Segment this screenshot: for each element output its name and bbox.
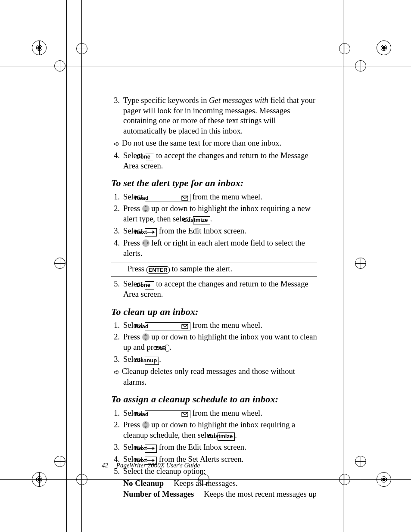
cleanup-button-graphic: Cleanup [145, 357, 159, 365]
instruction-step: 1.Select Read from the menu wheel. [111, 192, 317, 202]
tab-key-graphic: TAB [165, 345, 169, 352]
instruction-step: 3.Select Cleanup. [111, 355, 317, 365]
customize-button-graphic: Custmize [218, 432, 235, 441]
section-heading: To assign a cleanup schedule to an inbox… [111, 393, 317, 405]
read-button-graphic: Read [145, 322, 190, 330]
envelope-icon [181, 324, 188, 329]
step-text: from the Edit Inbox screen. [159, 227, 246, 235]
registration-mark-icon [355, 258, 366, 269]
instruction-step: 2.Press up or down to highlight the inbo… [111, 332, 317, 352]
step-text: from the Edit Inbox screen. [159, 443, 246, 451]
option-label: Number of Messages [123, 490, 194, 498]
step-text: Type specific keywords in [123, 96, 209, 105]
step-text: Press [123, 239, 142, 247]
next-button-graphic: Next [145, 445, 157, 453]
tip-text: to sample the alert. [171, 264, 232, 273]
step-number: 3. [111, 355, 120, 365]
pointer-icon: ➪ [111, 139, 120, 149]
crop-mark [81, 0, 82, 532]
read-button-graphic: Read [145, 194, 190, 202]
step-number: 5. [111, 279, 120, 289]
instruction-step: 3.Select Next from the Edit Inbox screen… [111, 226, 317, 236]
step-number: 4. [111, 238, 120, 249]
option-line: No Cleanup Keeps all messages. [111, 479, 317, 489]
instruction-step: 5.Select Done to accept the changes and … [111, 279, 317, 300]
registration-mark-icon [32, 472, 47, 487]
done-button-graphic: Done [145, 281, 154, 289]
step-number: 4. [111, 151, 120, 161]
step-number: 1. [111, 320, 120, 331]
step-number: 2. [111, 420, 120, 430]
page-number: 42 [102, 462, 108, 469]
registration-mark-icon [377, 40, 391, 55]
done-button-graphic: Done [145, 153, 154, 161]
instruction-step: 3.Type specific keywords in Get messages… [111, 96, 317, 137]
registration-mark-icon [377, 472, 391, 487]
dpad-up-down-icon [142, 205, 149, 212]
note-text: Cleanup deletes only read messages and t… [122, 367, 295, 386]
registration-mark-icon [339, 474, 350, 485]
arrow-right-icon [147, 230, 155, 234]
instruction-step: 3.Select Next from the Edit Inbox screen… [111, 442, 317, 453]
tip-text: Press [128, 264, 146, 273]
note-line: ➪ Do not use the same text for more than… [111, 138, 317, 149]
step-text: from the menu wheel. [192, 409, 262, 417]
step-text: . [235, 431, 237, 439]
customize-button-graphic: Custmize [193, 216, 210, 224]
read-button-graphic: Read [145, 410, 190, 418]
crop-mark [66, 0, 67, 532]
enter-key-graphic: ENTER [146, 266, 170, 274]
step-text: Press [123, 204, 142, 213]
option-line: Number of Messages Keeps the most recent… [111, 489, 317, 500]
tip-callout: Press ENTER to sample the alert. [111, 262, 317, 277]
step-text: left or right in each alert mode field t… [123, 239, 305, 258]
option-description: Keeps the most recent messages up [204, 490, 317, 498]
crop-mark [343, 0, 343, 532]
instruction-step: 2.Press up or down to highlight the inbo… [111, 204, 317, 224]
dpad-up-down-icon [142, 421, 149, 429]
instruction-step: 1.Select Read from the menu wheel. [111, 408, 317, 419]
step-number: 3. [111, 226, 120, 236]
arrow-right-icon [147, 447, 155, 450]
registration-mark-icon [54, 60, 65, 72]
step-text: from the menu wheel. [192, 321, 262, 330]
envelope-icon [181, 196, 188, 201]
step-number: 3. [111, 442, 120, 453]
step-text: from the menu wheel. [192, 193, 262, 201]
step-number: 2. [111, 204, 120, 214]
next-button-graphic: Next [145, 228, 157, 236]
dpad-up-down-icon [142, 333, 149, 341]
step-number: 1. [111, 192, 120, 202]
step-text: . [169, 343, 171, 352]
step-text: Press [123, 420, 142, 429]
note-text: Do not use the same text for more than o… [122, 139, 281, 147]
option-description: Keeps all messages. [174, 479, 237, 488]
step-text: up or down to highlight the inbox requir… [123, 204, 311, 223]
instruction-step: 1.Select Read from the menu wheel. [111, 320, 317, 331]
field-name: Get messages with [209, 96, 268, 105]
step-text: up or down to highlight the inbox you wa… [123, 333, 317, 352]
section-heading: To clean up an inbox: [111, 306, 317, 318]
step-text: Press [123, 333, 142, 341]
note-line: ➪ Cleanup deletes only read messages and… [111, 367, 317, 388]
registration-mark-icon [54, 258, 65, 269]
instruction-step: 4.Press left or right in each alert mode… [111, 238, 317, 258]
step-number: 3. [111, 96, 120, 106]
registration-mark-icon [355, 456, 366, 467]
step-number: 2. [111, 332, 120, 342]
registration-mark-icon [339, 43, 350, 54]
pointer-icon: ➪ [111, 367, 120, 377]
envelope-icon [181, 412, 188, 417]
document-title: PageWriter 2000X User's Guide [116, 462, 200, 469]
option-label: No Cleanup [123, 479, 164, 488]
step-text: . [159, 355, 161, 364]
instruction-step: 2.Press up or down to highlight the inbo… [111, 420, 317, 441]
registration-mark-icon [76, 43, 87, 54]
dpad-left-right-icon [142, 240, 149, 247]
instruction-step: 4.Select Done to accept the changes and … [111, 151, 317, 171]
registration-mark-icon [76, 474, 87, 485]
page-footer: 42 PageWriter 2000X User's Guide [102, 462, 200, 469]
registration-mark-icon [54, 456, 65, 467]
step-number: 1. [111, 408, 120, 419]
section-heading: To set the alert type for an inbox: [111, 177, 317, 189]
